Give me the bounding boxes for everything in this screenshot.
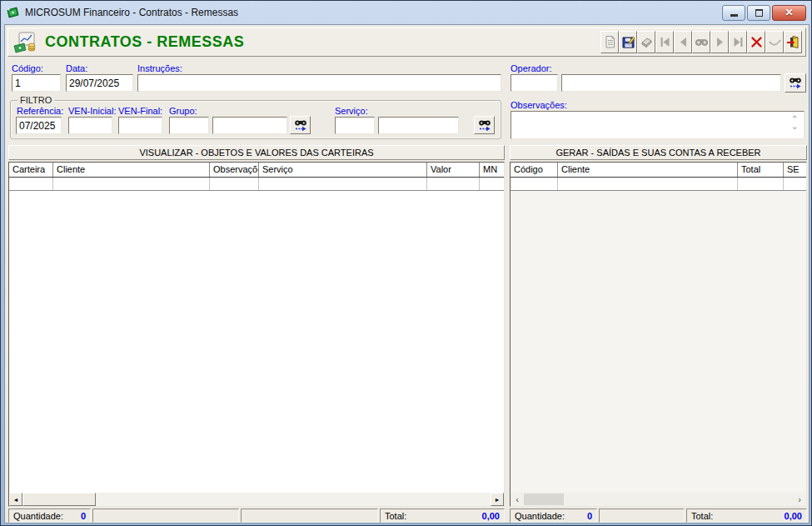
minimize-button[interactable] <box>722 5 745 21</box>
gerar-grid-header: Código Cliente Total SE <box>511 163 806 178</box>
toolbar <box>600 31 802 53</box>
visualizar-panel: VISUALIZAR - OBJETOS E VALORES DAS CARTE… <box>8 145 505 523</box>
app-money-icon <box>6 7 20 19</box>
scroll-left-icon[interactable]: ‹ <box>511 494 524 504</box>
eraser-icon <box>640 35 654 49</box>
prior-record-icon <box>676 35 690 49</box>
exit-button[interactable] <box>784 31 802 53</box>
scroll-track[interactable] <box>96 493 491 506</box>
ven-inicial-input[interactable] <box>68 117 112 134</box>
minimize-icon <box>730 14 738 17</box>
observacoes-label: Observações: <box>511 100 567 110</box>
total-value: 0,00 <box>785 511 802 521</box>
next-record-icon <box>713 35 727 49</box>
status-spacer <box>599 508 685 523</box>
col-cliente[interactable]: Cliente <box>53 163 210 177</box>
operador-lookup-binoculars-icon <box>789 77 802 89</box>
codigo-input[interactable] <box>12 74 61 92</box>
grupo-lookup-binoculars-icon <box>294 119 307 132</box>
exit-door-icon <box>786 35 800 49</box>
instrucoes-input[interactable] <box>137 74 501 92</box>
last-record-icon <box>731 35 745 49</box>
operador-lookup-button[interactable] <box>785 73 806 93</box>
app-window: MICROSUM Financeiro - Contratos - Remess… <box>0 0 812 526</box>
servico-name-input[interactable] <box>378 117 459 134</box>
referencia-label: Referência: <box>17 106 63 116</box>
scroll-thumb[interactable] <box>524 493 564 505</box>
visualizar-hscrollbar[interactable]: ◄ ► <box>9 493 504 506</box>
visualizar-empty-row[interactable] <box>9 178 504 191</box>
scroll-right-icon[interactable]: › <box>793 494 806 504</box>
filtro-legend: FILTRO <box>17 95 54 105</box>
col-servico[interactable]: Serviço <box>259 163 427 177</box>
operador-label: Operador: <box>511 63 552 73</box>
grupo-code-input[interactable] <box>169 117 209 134</box>
close-icon: ✕ <box>785 7 793 18</box>
col-observacoes[interactable]: Observações <box>210 163 259 177</box>
next-record-button[interactable] <box>710 31 729 53</box>
grupo-name-input[interactable] <box>212 117 287 134</box>
binoculars-icon <box>695 35 709 49</box>
quantidade-value: 0 <box>81 511 86 521</box>
scroll-thumb[interactable] <box>22 493 96 506</box>
status-spacer <box>92 508 239 523</box>
servico-lookup-button[interactable] <box>474 116 495 134</box>
last-record-button[interactable] <box>729 31 747 53</box>
title-bar[interactable]: MICROSUM Financeiro - Contratos - Remess… <box>2 2 810 23</box>
scroll-left-button[interactable]: ◄ <box>9 493 22 506</box>
gerar-statusbar: Quantidade: 0 Total: 0,00 <box>510 508 807 523</box>
visualizar-grid[interactable]: Carteira Cliente Observações Serviço Val… <box>8 162 505 507</box>
quantidade-label: Quantidade: <box>13 511 63 521</box>
col-codigo[interactable]: Código <box>511 163 558 177</box>
observacoes-scroll-arrows[interactable]: ⌃ ⌄ <box>791 116 798 129</box>
gerar-grid[interactable]: Código Cliente Total SE ‹ › <box>510 162 807 507</box>
ven-final-label: VEN-Final: <box>118 106 162 116</box>
first-record-button[interactable] <box>655 31 674 53</box>
save-icon <box>621 35 635 49</box>
servico-lookup-binoculars-icon <box>478 119 491 132</box>
quantidade-value: 0 <box>587 511 592 521</box>
col-carteira[interactable]: Carteira <box>9 163 53 177</box>
col-valor[interactable]: Valor <box>427 163 480 177</box>
cancel-x-icon <box>750 35 764 49</box>
delete-button[interactable] <box>637 31 655 53</box>
visualizar-panel-title: VISUALIZAR - OBJETOS E VALORES DAS CARTE… <box>8 145 505 160</box>
scroll-right-icon: ► <box>495 497 501 503</box>
gerar-panel-title: GERAR - SAÍDAS E SUAS CONTAS A RECEBER <box>510 145 807 160</box>
save-button[interactable] <box>619 31 637 53</box>
instrucoes-label: Instruções: <box>137 63 182 73</box>
servico-code-input[interactable] <box>335 117 375 134</box>
quantidade-panel: Quantidade: 0 <box>8 508 91 523</box>
grupo-lookup-button[interactable] <box>290 116 311 134</box>
scroll-up-icon[interactable]: ⌃ <box>791 116 798 122</box>
observacoes-textarea[interactable] <box>511 111 805 139</box>
confirm-button[interactable] <box>765 31 784 53</box>
col-total[interactable]: Total <box>738 163 784 177</box>
col-cliente[interactable]: Cliente <box>558 163 738 177</box>
col-se[interactable]: SE <box>784 163 807 177</box>
prior-record-button[interactable] <box>674 31 692 53</box>
first-record-icon <box>658 35 672 49</box>
maximize-button[interactable] <box>747 5 770 21</box>
cancel-button[interactable] <box>747 31 765 53</box>
close-button[interactable]: ✕ <box>772 5 806 21</box>
codigo-label: Código: <box>12 63 43 73</box>
gerar-empty-row[interactable] <box>511 178 806 191</box>
header-panel: CONTRATOS - REMESSAS <box>7 28 806 57</box>
visualizar-statusbar: Quantidade: 0 Total: 0,00 <box>8 508 505 523</box>
status-spacer <box>241 508 378 523</box>
operador-code-input[interactable] <box>511 74 558 92</box>
gerar-hscrollbar[interactable]: ‹ › <box>511 493 806 506</box>
data-input[interactable] <box>66 74 133 92</box>
col-mn[interactable]: MN <box>480 163 505 177</box>
ven-final-input[interactable] <box>118 117 162 134</box>
search-button[interactable] <box>692 31 710 53</box>
total-value: 0,00 <box>482 511 500 521</box>
referencia-input[interactable] <box>16 117 62 134</box>
servico-label: Serviço: <box>335 106 368 116</box>
scroll-right-button[interactable]: ► <box>491 493 504 506</box>
data-label: Data: <box>66 63 87 73</box>
report-button[interactable] <box>600 31 619 53</box>
operador-name-input[interactable] <box>561 74 781 92</box>
scroll-down-icon[interactable]: ⌄ <box>791 123 798 129</box>
